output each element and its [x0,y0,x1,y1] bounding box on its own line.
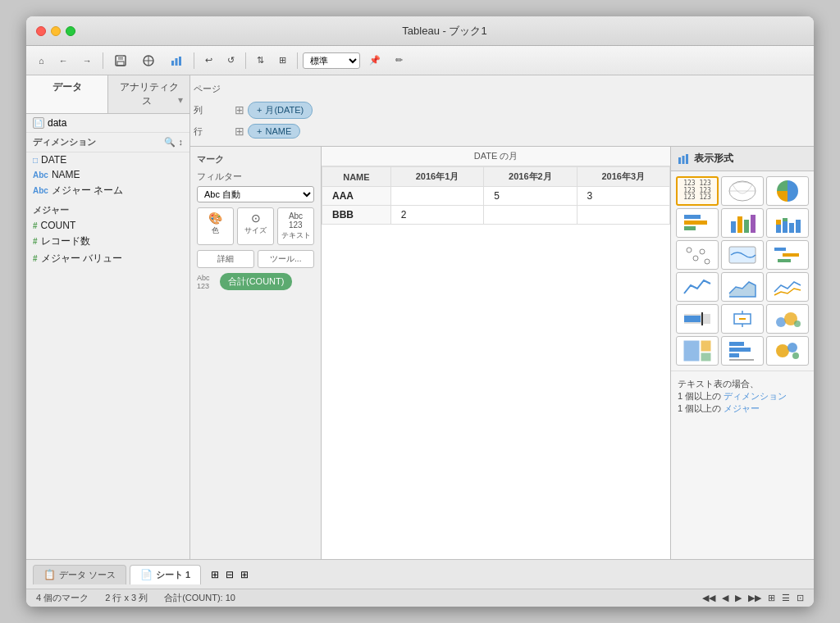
tab-arrow: ▾ [178,94,183,106]
nav-last-icon[interactable]: ▶▶ [748,593,761,603]
sort-button[interactable]: ⇅ [251,52,270,68]
tab-sheet-1[interactable]: 📄 シート 1 [130,565,201,584]
svg-rect-36 [684,316,701,322]
nav-next-icon[interactable]: ▶ [735,593,742,603]
marks-detail-row: 詳細 ツール... [197,250,314,268]
grid-view-icon[interactable]: ⊞ [768,593,775,603]
show-me-msr-link[interactable]: メジャー [724,403,760,413]
size-icon: ⊙ [251,211,261,225]
gantt-icon [773,243,802,266]
new-sheet-icon[interactable]: ⊞ [211,569,219,580]
row-pill-text: NAME [265,126,291,136]
search-icon[interactable]: 🔍 [164,137,176,148]
svg-rect-49 [729,348,751,352]
svg-rect-48 [729,342,744,346]
column-pill[interactable]: + 月(DATE) [248,102,313,119]
marks-text-btn[interactable]: Abc123 テキスト [277,207,314,245]
pin-button[interactable]: 📌 [363,52,386,68]
fullscreen-icon[interactable]: ⊡ [797,593,804,603]
bubble-icon [773,307,802,330]
svg-point-27 [687,248,692,252]
duplicate-sheet-icon[interactable]: ⊟ [226,569,234,580]
show-me-dual-line[interactable] [766,272,809,302]
marks-size-btn[interactable]: ⊙ サイズ [237,207,274,245]
group-button[interactable]: ⊞ [273,52,292,68]
status-bar: 4 個のマーク 2 行 x 3 列 合計(COUNT): 10 ◀◀ ◀ ▶ ▶… [26,589,814,607]
svg-rect-21 [776,225,781,233]
date-field-icon: □ [33,156,38,165]
show-me-area[interactable] [721,272,764,302]
table-row-bbb: BBB 2 [322,206,670,225]
back-button[interactable]: ← [53,53,74,68]
undo-button[interactable]: ↩ [199,52,218,68]
nav-back-icon[interactable]: ◀ [722,593,728,603]
show-me-scatter[interactable] [676,240,719,270]
show-me-map-2[interactable] [721,240,764,270]
field-measure-value[interactable]: # メジャー バリュー [26,250,189,267]
show-me-box[interactable] [721,304,764,334]
tab-data-source[interactable]: 📋 データ ソース [33,565,126,584]
sort-icon[interactable]: ↕ [179,137,184,148]
redo-button[interactable]: ↺ [221,52,240,68]
row-pill[interactable]: + NAME [248,124,300,139]
field-count[interactable]: # COUNT [26,218,189,233]
show-me-title: 表示形式 [671,147,814,171]
box-icon [728,307,757,330]
show-me-label: 表示形式 [694,152,733,166]
row-bbb-v1: 2 [390,206,483,225]
marks-tooltip-btn[interactable]: ツール... [258,250,315,268]
minimize-button[interactable] [51,26,61,36]
show-me-vbar[interactable] [721,208,764,238]
svg-rect-9 [678,157,681,164]
marks-detail-btn[interactable]: 詳細 [197,250,254,268]
show-me-map-1[interactable] [721,176,764,206]
show-me-hbar-2[interactable] [721,336,764,366]
close-button[interactable] [36,26,46,36]
svg-point-29 [700,249,705,254]
svg-rect-7 [175,58,177,66]
show-me-text-table[interactable]: 123 123123 123123 123 [676,176,719,206]
record-count-icon: # [33,237,38,246]
column-shelf-label: 列 [194,104,235,116]
show-me-circle[interactable] [766,336,809,366]
field-name[interactable]: Abc NAME [26,167,189,182]
tab-analytics[interactable]: アナリティクス ▾ [108,75,189,113]
show-me-hbar[interactable] [676,208,719,238]
field-record-count[interactable]: # レコード数 [26,233,189,250]
marks-color-btn[interactable]: 🎨 色 [197,207,234,245]
data-source-item[interactable]: 📄 data [26,114,189,133]
nav-prev-icon[interactable]: ◀◀ [702,593,715,603]
show-me-pie[interactable] [766,176,809,206]
save-button[interactable] [108,52,133,70]
forward-button[interactable]: → [77,53,98,68]
field-date[interactable]: □ DATE [26,152,189,167]
toolbar: ⌂ ← → ↩ ↺ ⇅ ⊞ 標準 📌 ✏ [26,46,814,75]
maximize-button[interactable] [66,26,75,36]
new-dashboard-icon[interactable]: ⊞ [240,569,249,580]
show-me-dim-link[interactable]: ディメンション [724,391,787,401]
marks-count-pill[interactable]: 合計(COUNT) [220,273,292,290]
show-me-line[interactable] [676,272,719,302]
datasource-button[interactable] [136,52,161,70]
marks-buttons: 🎨 色 ⊙ サイズ Abc123 テキスト [197,207,314,245]
svg-rect-18 [737,216,742,233]
date-header: DATE の月 [322,147,670,166]
list-view-icon[interactable]: ☰ [782,593,790,603]
show-me-treemap[interactable] [676,336,719,366]
field-measure-name[interactable]: Abc メジャー ネーム [26,182,189,199]
show-me-bubble[interactable] [766,304,809,334]
zoom-select[interactable]: 標準 [303,52,360,69]
marks-type-select[interactable]: Abc 自動 [197,186,314,202]
text-label: テキスト [281,230,311,241]
svg-rect-33 [783,253,799,257]
show-me-bullet[interactable] [676,304,719,334]
show-me-stacked[interactable] [766,208,809,238]
svg-rect-32 [774,248,786,251]
chart-button[interactable] [164,52,189,70]
show-me-gantt[interactable] [766,240,809,270]
home-button[interactable]: ⌂ [33,53,50,68]
measure-value-label: メジャー バリュー [41,252,122,266]
tab-data[interactable]: データ [26,75,108,113]
vbar-icon [728,211,757,234]
edit-button[interactable]: ✏ [390,52,409,68]
